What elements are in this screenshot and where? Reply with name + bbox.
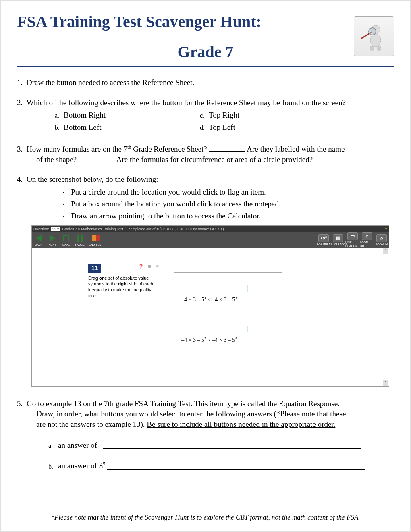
question-3: 3.How many formulas are on the 7th Grade… [17,144,394,165]
line-reader-icon: ▭ [347,232,358,240]
zoom-out-button[interactable]: ⌕ZOOM OUT [360,232,374,248]
q5-sub-a: a.an answer of [48,440,394,451]
pause-button[interactable]: PAUSE [73,232,87,248]
blank[interactable] [79,157,115,162]
shot-toolbar: BACK NEXT SAVE PAUSE END TEST xy²FORMULA… [32,232,389,248]
q5-sub-b: b.an answer of 35 [48,461,394,471]
q2-option-a: a.Bottom Right [55,110,200,121]
svg-point-1 [370,34,381,47]
zoom-in-icon: ⌕ [376,234,387,242]
q1-text: Draw the button needed to access the Ref… [27,78,194,87]
zoom-in-button[interactable]: ⌕ZOOM IN [374,232,389,248]
q2-option-b: b.Bottom Left [55,122,200,133]
worksheet-page: FSA Training Test Scavenger Hunt: Grade … [0,0,411,532]
next-button[interactable]: NEXT [46,232,59,248]
question-4: 4.On the screenshot below, do the follow… [17,174,394,387]
title-line-2: Grade 7 [17,42,394,61]
q4-bullet-3: ▪Draw an arrow pointing to the button to… [63,211,394,221]
shot-content: ˄ ˅ 11 ❓ ⚙ 🏳 Drag one set of absolute va… [32,248,389,386]
back-button[interactable]: BACK [32,232,46,248]
question-dropdown[interactable]: 11 ▾ [51,227,60,231]
q4-bullet-1: ▪Put a circle around the location you wo… [63,187,394,197]
blank[interactable] [315,157,363,162]
save-button[interactable]: SAVE [59,232,73,248]
blank[interactable] [209,147,245,152]
title-line-1: FSA Training Test Scavenger Hunt: [17,12,394,31]
abs-bracket-2[interactable]: | | [247,324,261,333]
calculator-icon: ▦ [333,234,343,242]
q2-option-c: c.Top Right [200,110,345,121]
question-1: 1.Draw the button needed to access the R… [17,77,394,88]
q4-bullet-2: ▪Put a box around the location you would… [63,199,394,209]
end-test-button[interactable]: END TEST [87,232,105,248]
zoom-out-icon: ⌕ [362,232,372,240]
blank-line[interactable] [103,443,361,449]
scroll-down-icon[interactable]: ˅ [383,380,388,386]
q2-options: a.Bottom Right b.Bottom Left c.Top Right… [55,110,394,134]
body: 1.Draw the button needed to access the R… [17,67,394,471]
embedded-screenshot: Question: 11 ▾ Grades 7-8 Mathematics Tr… [31,225,389,387]
q5-num: 5. [17,399,27,409]
abs-bracket-1[interactable]: | | [247,283,261,293]
svg-rect-2 [370,46,374,51]
mascot-icon [354,16,394,56]
inequality-1: –4 × 3 – 53 < –4 × 3 – 53 [181,295,237,304]
calculator-button[interactable]: ▦CALCULATOR [331,232,345,248]
help-icon[interactable]: ? [385,227,388,231]
q2-option-d: d.Top Left [200,122,345,133]
q1-num: 1. [17,77,27,88]
shot-titlebar: Question: 11 ▾ Grades 7-8 Mathematics Tr… [32,226,389,232]
q2-text: Which of the following describes where t… [27,98,346,107]
question-2: 2.Which of the following describes where… [17,98,394,134]
svg-rect-3 [377,46,381,51]
svg-point-5 [369,28,376,35]
question-number-badge: 11 [88,264,101,273]
footnote: *Please note that the intent of the Scav… [1,513,410,522]
scroll-up-icon[interactable]: ˄ [383,248,388,254]
line-reader-button[interactable]: ▭LINE READER [345,232,360,248]
item-tools-icons[interactable]: ❓ ⚙ 🏳 [138,264,161,270]
q4-num: 4. [17,174,27,185]
q3-num: 3. [17,144,27,154]
formula-icon: xy² [318,234,329,242]
q2-num: 2. [17,98,27,108]
q4-text: On the screenshot below, do the followin… [27,175,158,183]
blank-line[interactable] [107,464,365,470]
question-5: 5.Go to example 13 on the 7th grade FSA … [17,399,394,472]
header: FSA Training Test Scavenger Hunt: Grade … [17,12,394,67]
inequality-2: –4 × 3 – 53 > –4 × 3 – 53 [181,336,237,344]
question-prompt: 11 ❓ ⚙ 🏳 Drag one set of absolute value … [88,264,161,299]
answer-area[interactable]: | | –4 × 3 – 53 < –4 × 3 – 53 | | –4 × 3… [174,272,282,389]
